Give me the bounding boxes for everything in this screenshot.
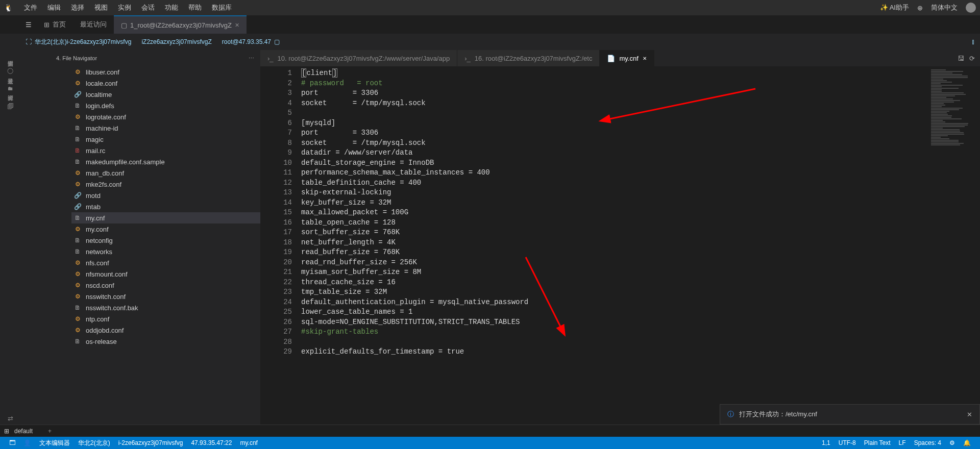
nav-tabs: ☰ ⊞ 首页 最近访问 ▢ 1_root@iZ2ze6azxyz3j07mivs… xyxy=(0,15,980,34)
file-item[interactable]: 🗎mail.rc xyxy=(71,145,260,156)
file-name: machine-id xyxy=(86,124,118,132)
file-item[interactable]: ⚙my.conf xyxy=(71,223,260,235)
status-eol[interactable]: LF xyxy=(895,439,910,446)
nav-recent[interactable]: 最近访问 xyxy=(73,15,114,34)
file-name: makedumpfile.conf.sample xyxy=(86,158,165,166)
status-spaces[interactable]: Spaces: 4 xyxy=(910,439,945,446)
status-person-icon[interactable]: 👤 xyxy=(19,439,35,446)
menu-edit[interactable]: 编辑 xyxy=(42,3,66,12)
files-icon[interactable]: 🗐 xyxy=(4,100,16,112)
close-toast-icon[interactable]: ✕ xyxy=(967,411,972,418)
save-icon[interactable]: 🖫 xyxy=(958,55,964,62)
grid-icon: ⊞ xyxy=(44,21,50,29)
nav-session-tab[interactable]: ▢ 1_root@iZ2ze6azxyz3j07mivsfvgZ ✕ xyxy=(114,15,247,34)
code-editor[interactable]: 1234567891011121314151617181920212223242… xyxy=(260,66,980,425)
connection-string[interactable]: root@47.93.35.47 ▢ xyxy=(222,38,280,45)
menu-instance[interactable]: 实例 xyxy=(113,3,136,12)
file-item[interactable]: ⚙mke2fs.conf xyxy=(71,179,260,190)
menu-view[interactable]: 视图 xyxy=(89,3,113,12)
menu-help[interactable]: 帮助 xyxy=(183,3,207,12)
toast-message: 打开文件成功：/etc/my.cnf xyxy=(739,410,817,419)
file-item[interactable]: 🗎my.cnf xyxy=(71,212,260,223)
language-selector[interactable]: 简体中文 xyxy=(931,3,958,12)
close-tab-icon[interactable]: ✕ xyxy=(643,56,647,61)
panel-icon[interactable]: ⊞ xyxy=(4,428,9,435)
menu-database[interactable]: 数据库 xyxy=(207,3,237,12)
file-item[interactable]: 🔗localtime xyxy=(71,89,260,100)
status-filetype[interactable]: Plain Text xyxy=(860,439,895,446)
file-item[interactable]: 🗎os-release xyxy=(71,336,260,347)
menu-select[interactable]: 选择 xyxy=(66,3,89,12)
status-instance[interactable]: i-2ze6azxyz3j07mivsfvg xyxy=(114,439,187,446)
file-name: man_db.conf xyxy=(86,169,124,177)
terminal-icon: ▢ xyxy=(121,21,127,29)
status-settings-icon[interactable]: ⚙ xyxy=(945,439,959,446)
menu-session[interactable]: 会话 xyxy=(136,3,160,12)
file-item[interactable]: ⚙ntp.conf xyxy=(71,313,260,325)
app-logo-icon: 🐧 xyxy=(4,4,13,12)
host-label[interactable]: ⛶ 华北2(北京)i-2ze6azxyz3j07mivsfvg xyxy=(26,38,131,46)
file-item[interactable]: 🗎netconfig xyxy=(71,235,260,246)
file-item[interactable]: 🗎login.defs xyxy=(71,100,260,111)
file-name: ntp.conf xyxy=(86,315,109,323)
file-name: netconfig xyxy=(86,237,113,244)
close-tab-icon[interactable]: ✕ xyxy=(235,22,239,29)
file-item[interactable]: ⚙nfs.conf xyxy=(71,257,260,268)
file-item[interactable]: ⚙nscd.conf xyxy=(71,280,260,291)
user-avatar[interactable] xyxy=(966,3,976,13)
menu-file[interactable]: 文件 xyxy=(19,3,42,12)
menu-function[interactable]: 功能 xyxy=(160,3,183,12)
status-terminal-icon[interactable]: 🗔 xyxy=(5,439,19,446)
status-bell-icon[interactable]: 🔔 xyxy=(959,439,975,446)
hostname[interactable]: iZ2ze6azxyz3j07mivsfvgZ xyxy=(141,38,211,45)
status-encoding[interactable]: UTF-8 xyxy=(835,439,860,446)
hamburger-icon[interactable]: ☰ xyxy=(26,21,32,29)
status-editor[interactable]: 文本编辑器 xyxy=(35,439,74,447)
file-type-icon: 🗎 xyxy=(74,214,82,221)
status-bar: 🗔 👤 文本编辑器 华北2(北京) i-2ze6azxyz3j07mivsfvg… xyxy=(0,437,980,449)
editor-tab-terminal-1[interactable]: ›_ 10. root@iZ2ze6azxyz3j07mivsfvgZ:/www… xyxy=(260,50,457,66)
file-name: motd xyxy=(86,192,101,199)
editor-tabs: ›_ 10. root@iZ2ze6azxyz3j07mivsfvgZ:/www… xyxy=(260,50,980,66)
file-name: magic xyxy=(86,136,104,143)
add-panel-icon[interactable]: + xyxy=(48,428,52,435)
file-item[interactable]: 🗎networks xyxy=(71,246,260,257)
file-item[interactable]: ⚙logrotate.conf xyxy=(71,111,260,122)
file-type-icon: 🗎 xyxy=(74,304,82,311)
file-type-icon: ⚙ xyxy=(74,113,82,120)
file-item[interactable]: ⚙libuser.conf xyxy=(71,66,260,78)
panel-label[interactable]: default xyxy=(14,428,33,435)
editor-tab-file[interactable]: 📄 my.cnf ✕ xyxy=(600,50,654,66)
file-item[interactable]: 🔗mtab xyxy=(71,201,260,212)
add-icon[interactable]: ⊕ xyxy=(917,4,923,12)
menubar: 🐧 文件 编辑 选择 视图 实例 会话 功能 帮助 数据库 ✨ AI助手 ⊕ 简… xyxy=(0,0,980,15)
file-item[interactable]: ⚙man_db.conf xyxy=(71,167,260,179)
file-item[interactable]: ⚙nsswitch.conf xyxy=(71,291,260,302)
status-ip[interactable]: 47.93.35.47:22 xyxy=(187,439,236,446)
file-item[interactable]: 🗎machine-id xyxy=(71,122,260,134)
file-item[interactable]: 🗎nsswitch.conf.bak xyxy=(71,302,260,313)
swap-icon[interactable]: ⇄ xyxy=(4,412,16,425)
file-item[interactable]: ⚙locale.conf xyxy=(71,78,260,89)
status-file[interactable]: my.cnf xyxy=(236,439,261,446)
more-icon[interactable]: ⋯ xyxy=(249,55,254,62)
ai-assistant-button[interactable]: ✨ AI助手 xyxy=(880,3,909,12)
file-name: mtab xyxy=(86,203,101,211)
minimap[interactable] xyxy=(929,66,980,425)
refresh-icon[interactable]: ⟳ xyxy=(969,55,975,62)
terminal-icon: ›_ xyxy=(464,55,471,62)
file-item[interactable]: ⚙nfsmount.conf xyxy=(71,268,260,280)
file-type-icon: 🗎 xyxy=(74,124,82,132)
split-icon[interactable]: ⫿ xyxy=(972,38,975,45)
notification-toast: ⓘ 打开文件成功：/etc/my.cnf ✕ xyxy=(720,404,980,425)
editor-tab-terminal-2[interactable]: ›_ 16. root@iZ2ze6azxyz3j07mivsfvgZ:/etc xyxy=(457,50,600,66)
terminal-panel-row: ⊞ default + xyxy=(0,425,980,437)
status-region[interactable]: 华北2(北京) xyxy=(74,439,114,447)
code-content[interactable]: [client]# password = rootport = 3306sock… xyxy=(301,66,929,425)
file-item[interactable]: ⚙oddjobd.conf xyxy=(71,325,260,336)
file-item[interactable]: 🔗motd xyxy=(71,190,260,201)
file-item[interactable]: 🗎magic xyxy=(71,134,260,145)
status-position[interactable]: 1,1 xyxy=(818,439,835,446)
nav-home[interactable]: ⊞ 首页 xyxy=(37,15,73,34)
file-item[interactable]: 🗎makedumpfile.conf.sample xyxy=(71,156,260,167)
